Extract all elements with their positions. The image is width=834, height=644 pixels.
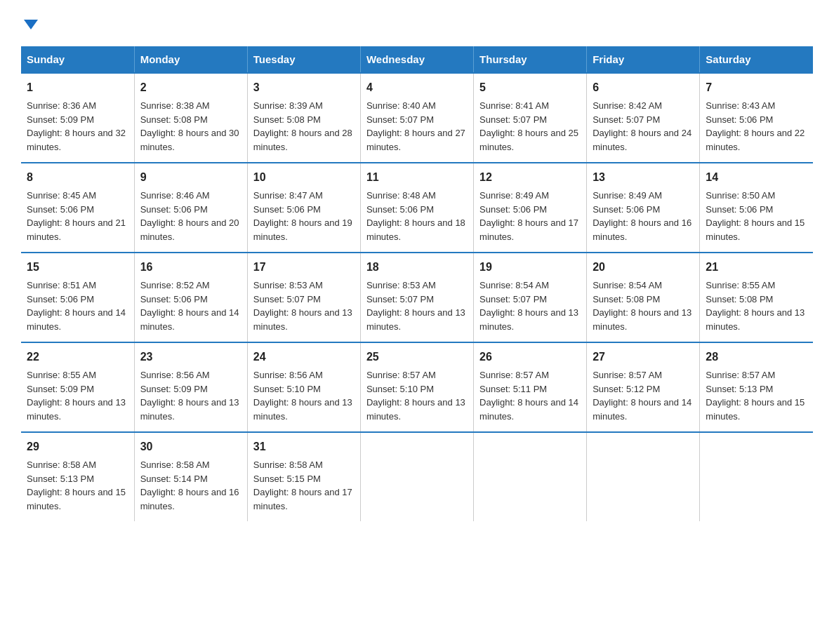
day-sunset: Sunset: 5:06 PM (366, 204, 434, 215)
calendar-cell: 7Sunrise: 8:43 AMSunset: 5:06 PMDaylight… (700, 73, 813, 163)
day-sunrise: Sunrise: 8:36 AM (27, 100, 96, 111)
day-sunset: Sunset: 5:06 PM (706, 114, 773, 125)
logo-triangle-icon (24, 20, 38, 29)
day-number: 29 (27, 438, 128, 455)
calendar-cell: 18Sunrise: 8:53 AMSunset: 5:07 PMDayligh… (360, 253, 473, 342)
calendar-cell: 31Sunrise: 8:58 AMSunset: 5:15 PMDayligh… (247, 432, 360, 521)
day-sunrise: Sunrise: 8:49 AM (479, 190, 549, 201)
calendar-header-tuesday: Tuesday (247, 46, 360, 73)
day-daylight: Daylight: 8 hours and 25 minutes. (479, 128, 578, 152)
day-sunrise: Sunrise: 8:39 AM (253, 100, 323, 111)
day-daylight: Daylight: 8 hours and 16 minutes. (593, 217, 691, 242)
day-daylight: Daylight: 8 hours and 13 minutes. (27, 397, 126, 422)
day-sunset: Sunset: 5:08 PM (593, 294, 660, 304)
day-number: 24 (253, 349, 355, 365)
calendar-week-row: 1Sunrise: 8:36 AMSunset: 5:09 PMDaylight… (21, 73, 813, 163)
day-daylight: Daylight: 8 hours and 24 minutes. (593, 128, 691, 152)
day-sunset: Sunset: 5:15 PM (253, 474, 321, 484)
day-number: 11 (366, 169, 468, 186)
calendar-cell: 5Sunrise: 8:41 AMSunset: 5:07 PMDaylight… (474, 73, 587, 163)
day-sunrise: Sunrise: 8:38 AM (140, 100, 210, 111)
day-daylight: Daylight: 8 hours and 18 minutes. (366, 217, 465, 242)
day-sunrise: Sunrise: 8:42 AM (593, 100, 662, 111)
page-header (21, 14, 813, 34)
calendar-cell: 28Sunrise: 8:57 AMSunset: 5:13 PMDayligh… (700, 342, 813, 432)
day-number: 2 (140, 79, 241, 96)
day-number: 28 (706, 349, 807, 365)
day-daylight: Daylight: 8 hours and 15 minutes. (27, 487, 126, 511)
day-sunrise: Sunrise: 8:56 AM (253, 370, 323, 380)
day-sunset: Sunset: 5:07 PM (253, 294, 321, 304)
day-number: 19 (479, 259, 581, 276)
day-daylight: Daylight: 8 hours and 13 minutes. (366, 307, 465, 332)
day-sunset: Sunset: 5:06 PM (140, 204, 208, 215)
day-sunset: Sunset: 5:06 PM (27, 294, 94, 304)
calendar-cell: 17Sunrise: 8:53 AMSunset: 5:07 PMDayligh… (247, 253, 360, 342)
day-sunrise: Sunrise: 8:53 AM (366, 280, 436, 290)
calendar-cell: 1Sunrise: 8:36 AMSunset: 5:09 PMDaylight… (21, 73, 134, 163)
day-sunset: Sunset: 5:08 PM (253, 114, 321, 125)
day-number: 31 (253, 438, 355, 455)
day-daylight: Daylight: 8 hours and 13 minutes. (706, 307, 805, 332)
day-daylight: Daylight: 8 hours and 13 minutes. (479, 307, 578, 332)
day-sunset: Sunset: 5:11 PM (479, 384, 547, 394)
calendar-header-row: SundayMondayTuesdayWednesdayThursdayFrid… (21, 46, 813, 73)
day-number: 27 (593, 349, 694, 365)
day-number: 18 (366, 259, 468, 276)
day-daylight: Daylight: 8 hours and 15 minutes. (706, 397, 805, 422)
day-daylight: Daylight: 8 hours and 27 minutes. (366, 128, 465, 152)
day-daylight: Daylight: 8 hours and 13 minutes. (366, 397, 465, 422)
day-sunset: Sunset: 5:06 PM (479, 204, 547, 215)
day-sunrise: Sunrise: 8:52 AM (140, 280, 210, 290)
day-daylight: Daylight: 8 hours and 16 minutes. (140, 487, 239, 511)
day-sunrise: Sunrise: 8:47 AM (253, 190, 323, 201)
calendar-header-sunday: Sunday (21, 46, 134, 73)
day-sunset: Sunset: 5:12 PM (593, 384, 660, 394)
calendar-cell: 26Sunrise: 8:57 AMSunset: 5:11 PMDayligh… (474, 342, 587, 432)
calendar-cell: 14Sunrise: 8:50 AMSunset: 5:06 PMDayligh… (700, 163, 813, 253)
calendar-cell: 16Sunrise: 8:52 AMSunset: 5:06 PMDayligh… (134, 253, 247, 342)
day-sunrise: Sunrise: 8:46 AM (140, 190, 210, 201)
day-sunrise: Sunrise: 8:56 AM (140, 370, 210, 380)
day-number: 14 (706, 169, 807, 186)
calendar-cell: 3Sunrise: 8:39 AMSunset: 5:08 PMDaylight… (247, 73, 360, 163)
day-number: 22 (27, 349, 128, 365)
day-daylight: Daylight: 8 hours and 30 minutes. (140, 128, 239, 152)
day-number: 3 (253, 79, 355, 96)
calendar-cell: 2Sunrise: 8:38 AMSunset: 5:08 PMDaylight… (134, 73, 247, 163)
day-sunrise: Sunrise: 8:57 AM (479, 370, 549, 380)
day-number: 15 (27, 259, 128, 276)
calendar-cell: 23Sunrise: 8:56 AMSunset: 5:09 PMDayligh… (134, 342, 247, 432)
day-sunset: Sunset: 5:08 PM (706, 294, 773, 304)
day-sunrise: Sunrise: 8:53 AM (253, 280, 323, 290)
day-sunrise: Sunrise: 8:58 AM (253, 459, 323, 470)
day-number: 5 (479, 79, 581, 96)
calendar-cell: 20Sunrise: 8:54 AMSunset: 5:08 PMDayligh… (587, 253, 700, 342)
day-daylight: Daylight: 8 hours and 13 minutes. (253, 307, 352, 332)
day-sunset: Sunset: 5:06 PM (27, 204, 94, 215)
day-number: 8 (27, 169, 128, 186)
day-sunrise: Sunrise: 8:57 AM (593, 370, 662, 380)
day-daylight: Daylight: 8 hours and 20 minutes. (140, 217, 239, 242)
day-daylight: Daylight: 8 hours and 28 minutes. (253, 128, 352, 152)
day-sunrise: Sunrise: 8:57 AM (706, 370, 775, 380)
calendar-cell: 12Sunrise: 8:49 AMSunset: 5:06 PMDayligh… (474, 163, 587, 253)
day-sunset: Sunset: 5:06 PM (253, 204, 321, 215)
day-sunset: Sunset: 5:10 PM (366, 384, 434, 394)
day-daylight: Daylight: 8 hours and 13 minutes. (593, 307, 691, 332)
day-sunrise: Sunrise: 8:48 AM (366, 190, 436, 201)
day-number: 12 (479, 169, 581, 186)
calendar-week-row: 22Sunrise: 8:55 AMSunset: 5:09 PMDayligh… (21, 342, 813, 432)
calendar-cell: 11Sunrise: 8:48 AMSunset: 5:06 PMDayligh… (360, 163, 473, 253)
day-sunrise: Sunrise: 8:55 AM (27, 370, 96, 380)
day-number: 6 (593, 79, 694, 96)
day-daylight: Daylight: 8 hours and 14 minutes. (479, 397, 578, 422)
day-daylight: Daylight: 8 hours and 13 minutes. (140, 397, 239, 422)
calendar-header-friday: Friday (587, 46, 700, 73)
calendar-cell (587, 432, 700, 521)
calendar-cell: 24Sunrise: 8:56 AMSunset: 5:10 PMDayligh… (247, 342, 360, 432)
day-number: 10 (253, 169, 355, 186)
day-sunset: Sunset: 5:14 PM (140, 474, 208, 484)
day-number: 13 (593, 169, 694, 186)
day-number: 1 (27, 79, 128, 96)
